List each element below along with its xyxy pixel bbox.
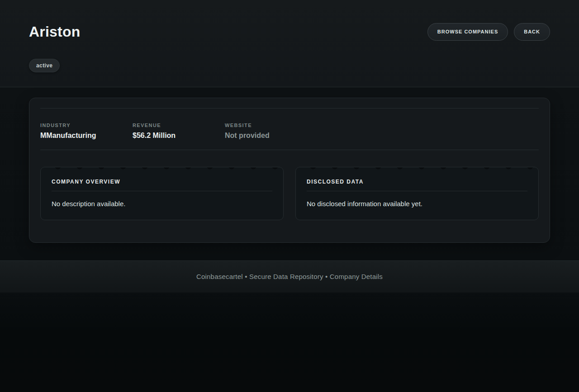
stat-industry-value: MManufacturing: [40, 131, 133, 140]
company-overview-body: No description available.: [52, 200, 272, 208]
disclosed-data-title: DISCLOSED DATA: [307, 179, 527, 191]
page-footer: Coinbasecartel • Secure Data Repository …: [0, 260, 579, 293]
main-content: INDUSTRY MManufacturing REVENUE $56.2 Mi…: [0, 87, 579, 260]
header-actions: BROWSE COMPANIES BACK: [427, 23, 550, 41]
page-title: Ariston: [29, 22, 80, 42]
stat-industry: INDUSTRY MManufacturing: [40, 122, 133, 140]
back-button[interactable]: BACK: [514, 23, 550, 41]
company-overview-title: COMPANY OVERVIEW: [52, 179, 272, 191]
disclosed-data-body: No disclosed information available yet.: [307, 200, 527, 208]
bottom-spacer: [0, 293, 579, 392]
company-details-card: INDUSTRY MManufacturing REVENUE $56.2 Mi…: [29, 98, 550, 243]
disclosed-data-panel: DISCLOSED DATA No disclosed information …: [295, 167, 539, 220]
company-stats-row: INDUSTRY MManufacturing REVENUE $56.2 Mi…: [40, 108, 539, 150]
stat-revenue-value: $56.2 Million: [133, 131, 225, 140]
browse-companies-button[interactable]: BROWSE COMPANIES: [427, 23, 508, 41]
status-badge: active: [29, 59, 60, 72]
stat-industry-label: INDUSTRY: [40, 122, 133, 128]
detail-panels: COMPANY OVERVIEW No description availabl…: [40, 167, 539, 220]
page-header: Ariston BROWSE COMPANIES BACK active: [0, 0, 579, 87]
company-overview-panel: COMPANY OVERVIEW No description availabl…: [40, 167, 284, 220]
header-row: Ariston BROWSE COMPANIES BACK: [29, 22, 550, 42]
stat-website: WEBSITE Not provided: [225, 122, 317, 140]
stat-website-value: Not provided: [225, 131, 317, 140]
stat-website-label: WEBSITE: [225, 122, 317, 128]
stat-revenue-label: REVENUE: [133, 122, 225, 128]
stat-revenue: REVENUE $56.2 Million: [133, 122, 225, 140]
footer-text: Coinbasecartel • Secure Data Repository …: [0, 273, 579, 280]
